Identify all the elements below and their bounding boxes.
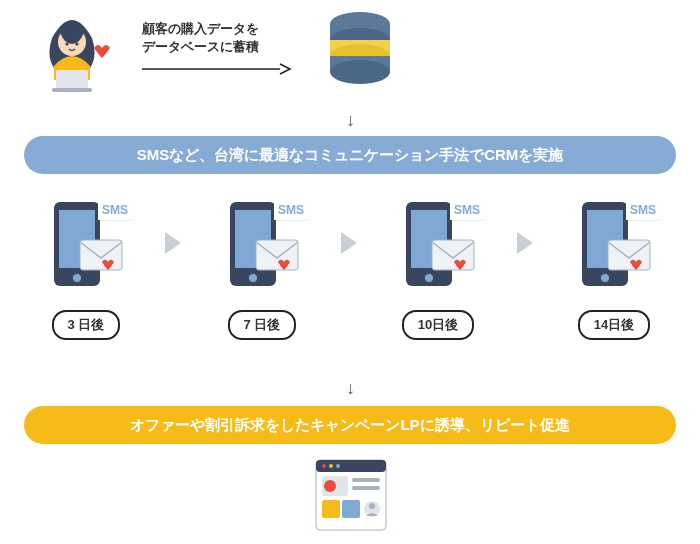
svg-point-32 (329, 464, 333, 468)
sms-badge: SMS (274, 200, 310, 220)
svg-rect-4 (52, 88, 92, 92)
svg-point-35 (324, 480, 336, 492)
svg-point-31 (322, 464, 326, 468)
lp-bar: オファーや割引訴求をしたキャンペーンLPに誘導、リピート促進 (24, 406, 676, 444)
top-caption-line2: データベースに蓄積 (142, 38, 259, 56)
day-pill-0: 3 日後 (52, 310, 121, 340)
svg-point-15 (73, 274, 81, 282)
svg-rect-3 (56, 70, 88, 90)
svg-rect-38 (322, 500, 340, 518)
svg-rect-30 (316, 460, 386, 472)
top-caption: 顧客の購入データを データベースに蓄積 (142, 20, 259, 56)
sms-cell-0: SMS 3 日後 (26, 196, 146, 340)
svg-rect-37 (352, 486, 380, 490)
day-pill-3: 14日後 (578, 310, 650, 340)
sms-badge: SMS (626, 200, 662, 220)
phone-sms-icon: SMS (212, 196, 312, 296)
svg-rect-39 (342, 500, 360, 518)
svg-point-2 (75, 42, 78, 45)
sms-badge: SMS (98, 200, 134, 220)
sms-cell-2: SMS 10日後 (378, 196, 498, 340)
phone-sms-icon: SMS (388, 196, 488, 296)
svg-point-12 (330, 60, 390, 84)
svg-rect-28 (608, 240, 650, 270)
chevron-right-icon (335, 230, 365, 256)
phone-sms-icon: SMS (36, 196, 136, 296)
svg-rect-24 (432, 240, 474, 270)
svg-point-41 (369, 503, 375, 509)
chevron-right-icon (159, 230, 189, 256)
diagram-canvas: 顧客の購入データを データベースに蓄積 ↓ SMSなど、台湾に最適なコミュニケー… (0, 0, 700, 544)
svg-rect-36 (352, 478, 380, 482)
sms-badge: SMS (450, 200, 486, 220)
svg-point-27 (601, 274, 609, 282)
svg-point-33 (336, 464, 340, 468)
database-icon (320, 10, 400, 94)
sms-row: SMS 3 日後 SMS 7 日後 (26, 196, 674, 366)
customer-icon (30, 14, 114, 98)
chevron-right-icon (511, 230, 541, 256)
crm-bar: SMSなど、台湾に最適なコミュニケーション手法でCRMを実施 (24, 136, 676, 174)
svg-point-1 (65, 42, 68, 45)
day-pill-2: 10日後 (402, 310, 474, 340)
svg-point-19 (249, 274, 257, 282)
top-row: 顧客の購入データを データベースに蓄積 (30, 12, 670, 112)
arrow-right-icon (142, 62, 292, 76)
landing-page-icon (312, 456, 390, 534)
arrow-down-icon: ↓ (346, 378, 355, 399)
arrow-down-icon: ↓ (346, 110, 355, 131)
svg-point-23 (425, 274, 433, 282)
day-pill-1: 7 日後 (228, 310, 297, 340)
svg-rect-16 (80, 240, 122, 270)
sms-cell-3: SMS 14日後 (554, 196, 674, 340)
phone-sms-icon: SMS (564, 196, 664, 296)
sms-cell-1: SMS 7 日後 (202, 196, 322, 340)
top-caption-line1: 顧客の購入データを (142, 20, 259, 38)
svg-rect-20 (256, 240, 298, 270)
